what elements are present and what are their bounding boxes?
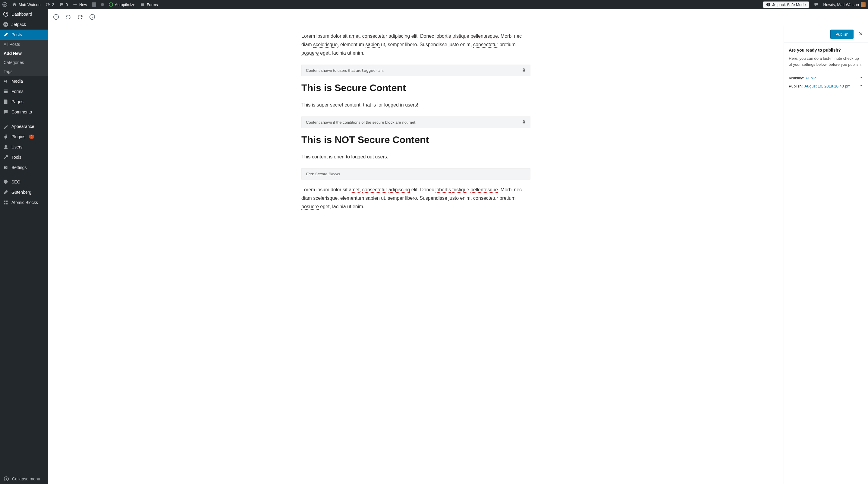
site-link[interactable]: Matt Watson [12,2,40,7]
svg-rect-9 [6,201,7,202]
secure-block-else[interactable]: Content shown if the conditions of the s… [301,116,530,128]
yoast-icon[interactable] [92,2,96,7]
info-button[interactable] [89,14,95,21]
svg-rect-11 [6,203,7,204]
secure-block-end[interactable]: End: Secure Blocks [301,168,530,179]
visibility-row[interactable]: Visibility: Public [789,72,863,80]
sidebar-item-plugins[interactable]: Plugins2 [0,132,48,142]
avatar [861,2,866,7]
sidebar-item-appearance[interactable]: Appearance [0,121,48,132]
editor-toolbar [48,9,868,26]
sidebar-item-jetpack[interactable]: Jetpack [0,19,48,30]
sidebar-item-forms[interactable]: Forms [0,86,48,96]
plugins-badge: 2 [29,135,34,139]
svg-rect-3 [768,5,769,5]
svg-point-7 [4,145,7,147]
notification-icon[interactable] [814,2,818,7]
publish-button[interactable]: Publish [830,30,854,39]
paragraph-block[interactable]: This content is open to logged out users… [301,153,530,161]
chevron-down-icon[interactable] [860,84,863,88]
updates-link[interactable]: 2 [45,2,54,7]
status-dot-icon [101,3,104,6]
paragraph-block[interactable]: This is super secret content, that is fo… [301,101,530,109]
svg-rect-10 [4,203,5,204]
paragraph-block[interactable]: Lorem ipsum dolor sit amet, consectetur … [301,32,530,57]
sidebar-item-settings[interactable]: Settings [0,162,48,173]
sidebar-item-gutenberg[interactable]: Gutenberg [0,187,48,197]
admin-sidebar: Dashboard Jetpack Posts All Posts Add Ne… [0,9,48,484]
lock-icon [522,120,526,125]
sidebar-item-seo[interactable]: SEO [0,177,48,187]
svg-point-5 [3,22,8,27]
sidebar-submenu-posts: All Posts Add New Categories Tags [0,40,48,76]
secure-block-header[interactable]: Content shown to users that are logged-i… [301,64,530,76]
svg-point-15 [92,16,93,16]
publish-panel: Publish Are you ready to publish? Here, … [784,26,868,484]
svg-rect-8 [4,201,5,202]
close-panel-button[interactable] [857,30,864,38]
sidebar-sub-add-new[interactable]: Add New [0,49,48,58]
sidebar-item-atomic[interactable]: Atomic Blocks [0,197,48,208]
heading-block[interactable]: This is NOT Secure Content [301,134,530,145]
sidebar-item-comments[interactable]: Comments [0,107,48,117]
sidebar-item-posts[interactable]: Posts [0,30,48,40]
sidebar-item-tools[interactable]: Tools [0,152,48,162]
paragraph-block[interactable]: Lorem ipsum dolor sit amet, consectetur … [301,186,530,211]
svg-point-12 [4,477,8,481]
publish-date-row[interactable]: Publish: August 10, 2018 10:43 pm [789,80,863,88]
svg-rect-2 [768,4,769,5]
add-block-button[interactable] [53,14,59,21]
sidebar-sub-tags[interactable]: Tags [0,67,48,76]
editor-content[interactable]: Lorem ipsum dolor sit amet, consectetur … [48,26,784,484]
svg-point-6 [4,80,6,82]
sidebar-item-media[interactable]: Media [0,76,48,86]
wp-logo-icon[interactable] [2,2,7,7]
publish-date-value[interactable]: August 10, 2018 10:43 pm [804,84,850,88]
admin-bar: Matt Watson 2 0 New Autoptimize Forms Je… [0,0,868,9]
sidebar-sub-all-posts[interactable]: All Posts [0,40,48,49]
new-link[interactable]: New [73,2,87,7]
visibility-value[interactable]: Public [806,76,816,80]
undo-button[interactable] [65,14,71,21]
account-link[interactable]: Howdy, Matt Watson [824,2,866,7]
sidebar-sub-categories[interactable]: Categories [0,58,48,67]
autoptimize-link[interactable]: Autoptimize [109,2,135,7]
sidebar-item-pages[interactable]: Pages [0,96,48,107]
collapse-menu[interactable]: Collapse menu [0,474,48,484]
comments-link[interactable]: 0 [59,2,68,7]
lock-icon [522,68,526,73]
jetpack-safe-mode-badge[interactable]: Jetpack Safe Mode [763,1,809,8]
forms-link[interactable]: Forms [140,2,158,7]
panel-heading: Are you ready to publish? [789,48,863,53]
chevron-down-icon[interactable] [860,76,863,80]
redo-button[interactable] [77,14,83,21]
sidebar-item-dashboard[interactable]: Dashboard [0,9,48,19]
panel-description: Here, you can do a last-minute check up … [789,56,863,67]
sidebar-item-users[interactable]: Users [0,142,48,152]
heading-block[interactable]: This is Secure Content [301,82,530,93]
